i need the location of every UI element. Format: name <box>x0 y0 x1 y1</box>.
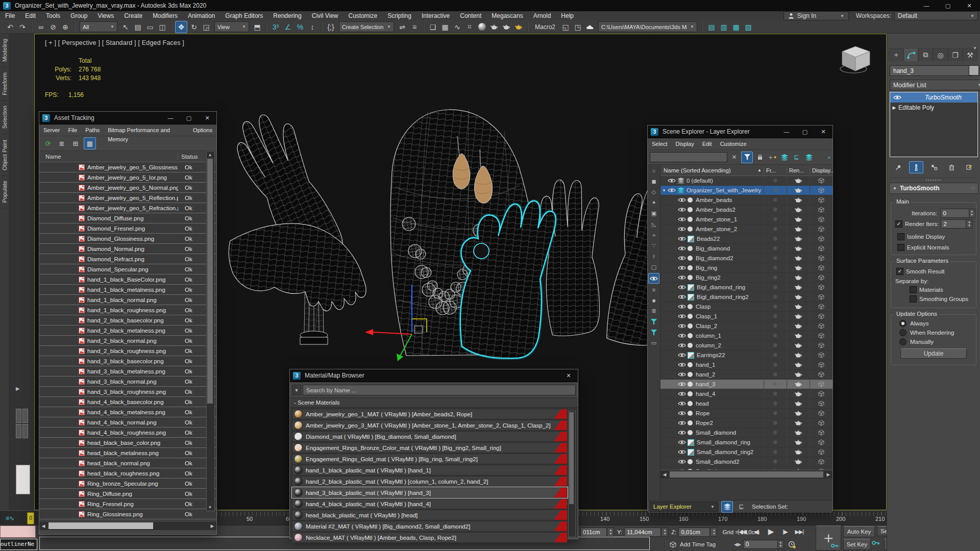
y-spinner[interactable]: ▲▼ <box>662 528 668 537</box>
asset-row[interactable]: hand_1_black_normal.pngOk <box>39 295 216 305</box>
workspace-4-icon[interactable]: ▧ <box>743 21 754 33</box>
material-search-input[interactable]: Search by Name ... <box>303 385 576 395</box>
menu-arnold[interactable]: Arnold <box>528 11 556 20</box>
workspace-1-icon[interactable]: ▤ <box>706 21 717 33</box>
display-cube-icon[interactable] <box>810 273 832 282</box>
freeze-snowflake-icon[interactable]: ❄ <box>764 186 787 195</box>
tab-modify[interactable] <box>903 48 918 61</box>
maximize-button[interactable]: ▢ <box>180 112 198 124</box>
display-cube-icon[interactable] <box>810 224 832 234</box>
scene-materials-group-header[interactable]: - Scene Materials <box>290 397 578 408</box>
add-time-tag-button[interactable]: Add Time Tag <box>680 541 716 547</box>
asset-row[interactable]: Diamond_Glossiness.pngOk <box>39 234 216 244</box>
display-filter-icon-10[interactable] <box>648 273 659 284</box>
viewport-label[interactable]: [ + ] [ Perspective ] [ Standard ] [ Edg… <box>45 39 184 46</box>
undo-icon[interactable]: ↶ <box>5 21 16 33</box>
asset-row[interactable]: hand_3_black_basecolor.pngOk <box>39 356 216 366</box>
menu-rendering[interactable]: Rendering <box>268 11 306 20</box>
play-button[interactable]: ▶ <box>765 526 777 537</box>
current-frame-field[interactable]: 0 <box>743 540 778 549</box>
visibility-eye-icon[interactable] <box>678 411 686 416</box>
pin-stack-button[interactable] <box>892 162 905 173</box>
menu-interactive[interactable]: Interactive <box>416 11 455 20</box>
asset-row[interactable]: hand_3_black_normal.pngOk <box>39 377 216 387</box>
modifier-turbosmooth[interactable]: TurboSmooth <box>890 92 977 103</box>
ribbon-tab-populate[interactable]: Populate <box>2 176 8 208</box>
x-spinner[interactable]: ▲▼ <box>608 528 614 537</box>
renderable-teapot-icon[interactable] <box>787 224 810 234</box>
asset-row[interactable]: head_black_normal.pngOk <box>39 458 216 468</box>
render-setup-icon[interactable] <box>488 21 500 33</box>
display-cube-icon[interactable] <box>810 312 832 321</box>
renderable-teapot-icon[interactable] <box>787 341 810 350</box>
display-cube-icon[interactable] <box>810 254 832 263</box>
renderable-teapot-icon[interactable] <box>787 263 810 272</box>
visibility-eye-icon[interactable] <box>678 227 686 232</box>
view-cube[interactable] <box>836 43 876 78</box>
select-scale-icon[interactable]: ◲ <box>201 21 212 33</box>
freeze-snowflake-icon[interactable]: ❄ <box>764 215 787 224</box>
scene-row[interactable]: Earrings22❄ <box>660 350 832 360</box>
scene-search-input[interactable] <box>650 152 727 162</box>
display-cube-icon[interactable] <box>810 215 832 224</box>
asset-row[interactable]: Amber_jewelry_geo_5_Normal.pngOk <box>39 183 216 193</box>
menu-megascans[interactable]: Megascans <box>486 11 528 20</box>
material-row[interactable]: Engagement_Rings_Gold_mat ( VRayMtl ) [B… <box>292 454 568 464</box>
scene-row[interactable]: Small_ring❄ <box>660 467 832 470</box>
asset-row[interactable]: hand_3_black_roughness.pngOk <box>39 387 216 397</box>
scene-row[interactable]: Rope2❄ <box>660 418 832 428</box>
visibility-eye-icon[interactable] <box>678 343 686 348</box>
scroll-left-icon[interactable]: ◀ <box>39 523 47 529</box>
menu-edit[interactable]: Edit <box>20 11 41 20</box>
scene-menu-display[interactable]: Display <box>672 139 698 148</box>
visibility-eye-icon[interactable] <box>678 459 686 464</box>
display-filter-icon-12[interactable]: ■ <box>649 295 659 305</box>
visibility-eye-icon[interactable] <box>668 188 676 193</box>
scene-row[interactable]: Amber_beads❄ <box>660 195 832 205</box>
display-cube-icon[interactable] <box>810 399 832 408</box>
asset-menu-paths[interactable]: Paths <box>81 126 104 135</box>
renderable-teapot-icon[interactable] <box>787 283 810 292</box>
close-button[interactable]: ✕ <box>559 369 578 382</box>
asset-row[interactable]: hand_1_black_metalness.pngOk <box>39 285 216 295</box>
freeze-snowflake-icon[interactable]: ❄ <box>764 273 787 282</box>
project-folder-dropdown[interactable]: C:\Users\MAYA\Documents\3ds Max 2020▼ <box>598 21 697 32</box>
reference-coordinate-dropdown[interactable]: View▼ <box>214 21 249 32</box>
visibility-eye-icon[interactable] <box>678 285 686 290</box>
ribbon-tab-selection[interactable]: Selection <box>2 101 8 134</box>
menu-views[interactable]: Views <box>92 11 119 20</box>
asset-row[interactable]: Ring_Fresnel.pngOk <box>39 499 216 509</box>
renderable-teapot-icon[interactable] <box>787 447 810 457</box>
scene-row[interactable]: Small_diamond_ring❄ <box>660 438 832 447</box>
asset-row[interactable]: Amber_jewelry_geo_5_Refraction.pngOk <box>39 203 216 213</box>
go-to-end-button[interactable]: ▶▶| <box>793 526 805 537</box>
asset-row[interactable]: head_black_base_color.pngOk <box>39 438 216 448</box>
scene-row[interactable]: Bigl_diamond_ring2❄ <box>660 292 832 302</box>
y-coordinate-field[interactable]: 11,044cm <box>624 528 661 537</box>
minimize-button[interactable]: — <box>777 126 796 138</box>
menu-graph-editors[interactable]: Graph Editors <box>220 11 268 20</box>
collapse-arrow-icon[interactable]: ▼ <box>660 188 668 193</box>
hierarchy-mode-icon[interactable]: ⊑ <box>736 502 747 512</box>
hand-2-object[interactable] <box>229 223 366 311</box>
color-swatch[interactable] <box>16 465 30 494</box>
asset-row[interactable]: Diamond_Specular.pngOk <box>39 264 216 274</box>
ribbon-toggle-icon[interactable]: ▦ <box>439 21 451 33</box>
scene-row[interactable]: Clasp❄ <box>660 302 832 312</box>
visibility-eye-icon[interactable] <box>678 440 686 445</box>
renderable-teapot-icon[interactable] <box>787 273 810 282</box>
layer-manager-icon[interactable]: ❏ <box>427 21 438 33</box>
scroll-right-icon[interactable]: ▶ <box>824 472 832 477</box>
visibility-eye-icon[interactable] <box>678 314 686 319</box>
freeze-snowflake-icon[interactable]: ❄ <box>764 438 787 447</box>
visibility-eye-icon[interactable] <box>678 207 686 212</box>
snap-toggle-icon[interactable]: 3³ <box>270 21 281 33</box>
tab-hierarchy[interactable]: ⧉ <box>918 48 933 61</box>
clear-search-icon[interactable]: ✕ <box>729 152 740 163</box>
close-button[interactable]: ✕ <box>814 126 832 138</box>
maximize-button[interactable]: ▢ <box>937 0 959 11</box>
turbosmooth-rollout-header[interactable]: ▼ TurboSmooth ∷ <box>889 183 978 194</box>
freeze-snowflake-icon[interactable]: ❄ <box>764 176 787 185</box>
display-cube-icon[interactable] <box>810 244 832 253</box>
renderable-teapot-icon[interactable] <box>787 292 810 302</box>
